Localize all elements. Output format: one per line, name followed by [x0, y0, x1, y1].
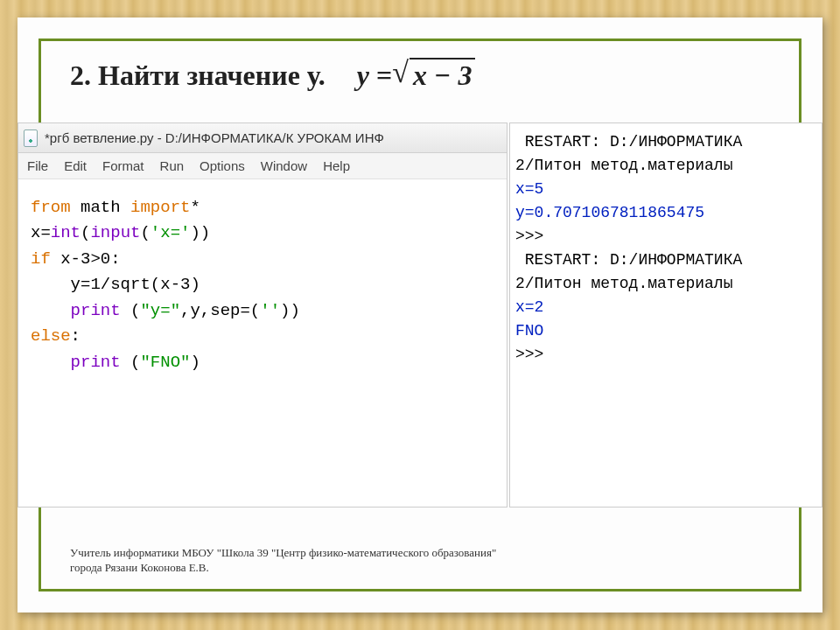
shell-line: 2/Питон метод.материалы [515, 157, 732, 174]
footer-credit: Учитель информатики МБОУ "Школа 39 "Цент… [70, 546, 496, 576]
shell-prompt: >>> [515, 228, 543, 245]
shell-prompt: >>> [515, 346, 543, 363]
menu-file[interactable]: File [27, 158, 48, 173]
code-token: 'x=' [150, 223, 191, 242]
code-token: else [31, 326, 71, 346]
code-token: )) [190, 223, 210, 242]
menu-help[interactable]: Help [323, 158, 350, 173]
formula-root: x − 3 [410, 58, 475, 91]
code-token: "FNO" [140, 353, 190, 372]
sqrt-icon: x − 3 [399, 60, 475, 92]
code-token: ( [140, 223, 150, 242]
shell-output[interactable]: RESTART: D:/ИНФОРМАТИКА 2/Питон метод.ма… [509, 122, 822, 508]
code-token: "y=" [140, 301, 180, 320]
shell-line: y=0.7071067811865475 [515, 204, 704, 221]
code-token: print [71, 353, 121, 372]
code-token [31, 353, 71, 372]
code-token: '' [260, 301, 280, 320]
file-icon [24, 130, 38, 147]
code-token: math [80, 198, 121, 217]
menu-edit[interactable]: Edit [64, 158, 87, 173]
shell-line: RESTART: D:/ИНФОРМАТИКА [515, 133, 742, 150]
formula-lhs: y = [357, 60, 392, 91]
code-token: : [71, 326, 80, 346]
menu-window[interactable]: Window [261, 158, 307, 173]
code-editor[interactable]: from math import* x=int(input('x=')) if … [18, 179, 507, 391]
code-token: x-3>0: [51, 249, 121, 269]
code-token: ,y,sep=( [180, 301, 260, 320]
menu-options[interactable]: Options [200, 158, 245, 173]
code-token: x= [31, 223, 51, 242]
code-token: ) [190, 353, 200, 372]
code-token: ( [121, 353, 141, 372]
code-token: ( [80, 223, 90, 242]
footer-line2: города Рязани Коконова Е.В. [70, 561, 496, 576]
window-title: *ргб ветвление.ру - D:/ИНФОРМАТИКА/К УРО… [45, 130, 384, 145]
menu-run[interactable]: Run [160, 158, 185, 173]
slide-heading: 2. Найти значение у. y = x − 3 [70, 60, 475, 92]
code-token: print [71, 301, 121, 320]
code-token: ( [121, 301, 141, 320]
code-token: from [31, 198, 71, 217]
shell-line: FNO [515, 322, 543, 340]
code-token: if [31, 249, 51, 269]
code-token: )) [280, 301, 300, 320]
shell-line: x=2 [515, 298, 543, 316]
shell-line: 2/Питон метод.материалы [515, 275, 732, 292]
code-token: y=1/sqrt(x-3) [31, 275, 200, 294]
shell-line: RESTART: D:/ИНФОРМАТИКА [515, 251, 742, 269]
ide-window: *ргб ветвление.ру - D:/ИНФОРМАТИКА/К УРО… [18, 122, 508, 508]
heading-number: 2. [70, 60, 91, 91]
slide: 2. Найти значение у. y = x − 3 *ргб ветв… [18, 18, 822, 612]
shell-line: x=5 [515, 180, 543, 198]
code-token [31, 301, 71, 320]
title-bar: *ргб ветвление.ру - D:/ИНФОРМАТИКА/К УРО… [18, 123, 507, 153]
code-token: * [190, 198, 200, 217]
code-token: input [90, 223, 140, 242]
menu-bar: File Edit Format Run Options Window Help [18, 153, 507, 179]
code-token: int [51, 223, 80, 242]
heading-text: Найти значение у. [98, 60, 326, 91]
menu-format[interactable]: Format [102, 158, 144, 173]
code-token: import [130, 198, 190, 217]
footer-line1: Учитель информатики МБОУ "Школа 39 "Цент… [70, 546, 496, 561]
